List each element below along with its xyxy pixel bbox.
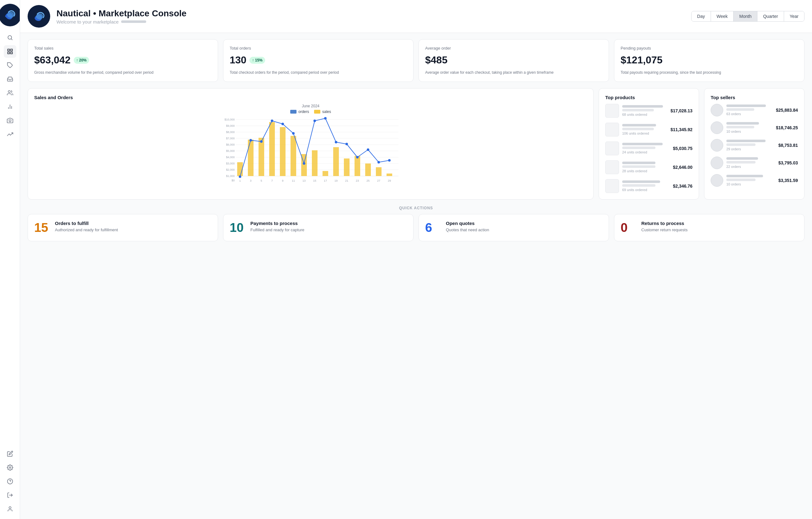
camera-icon[interactable] xyxy=(4,114,16,127)
legend-sales-color xyxy=(314,110,320,114)
svg-text:$0: $0 xyxy=(232,179,235,182)
svg-rect-51 xyxy=(386,174,392,176)
logout-icon[interactable] xyxy=(4,489,16,501)
product-info: 106 units ordered xyxy=(622,124,667,135)
stat-value-row: $121,075 xyxy=(620,54,798,66)
top-products-card: Top products 68 units ordered $17,028.13… xyxy=(599,88,699,200)
svg-point-56 xyxy=(282,123,284,125)
action-title: Orders to fulfill xyxy=(55,221,118,226)
seller-info: 29 orders xyxy=(726,140,775,151)
sidebar xyxy=(0,0,20,519)
seller-price: $3,795.03 xyxy=(778,160,798,165)
tag-icon[interactable] xyxy=(4,59,16,71)
svg-text:15: 15 xyxy=(313,179,316,182)
seller-name-bar xyxy=(726,175,763,177)
svg-text:$10,000: $10,000 xyxy=(224,118,235,121)
svg-text:$3,000: $3,000 xyxy=(226,162,235,165)
product-thumbnail xyxy=(605,179,619,193)
seller-info: 22 orders xyxy=(726,157,775,169)
users-icon[interactable] xyxy=(4,87,16,99)
legend-orders-label: orders xyxy=(298,110,309,114)
svg-point-53 xyxy=(250,139,252,142)
stat-badge: ↑ 20% xyxy=(74,57,89,64)
action-card-payments-process[interactable]: 10 Payments to process Fulfilled and rea… xyxy=(223,214,413,241)
action-number: 10 xyxy=(230,221,245,235)
stat-card-average-order: Average order $485 Average order value f… xyxy=(418,39,609,82)
time-filter-day[interactable]: Day xyxy=(692,11,711,21)
svg-text:19: 19 xyxy=(335,179,338,182)
app-title: Nautical • Marketplace Console xyxy=(56,8,685,19)
svg-point-62 xyxy=(345,143,348,145)
svg-rect-4 xyxy=(10,52,12,54)
stat-card-pending-payouts: Pending payouts $121,075 Total payouts r… xyxy=(614,39,805,82)
quick-actions-grid: 15 Orders to fulfill Authorized and read… xyxy=(28,214,805,241)
product-item-3: 28 units ordered $2,646.00 xyxy=(605,160,692,174)
search-icon[interactable] xyxy=(4,31,16,44)
app-logo xyxy=(0,4,20,26)
action-number: 0 xyxy=(620,221,636,235)
svg-text:3: 3 xyxy=(250,179,251,182)
seller-name-bar-2 xyxy=(726,108,754,111)
svg-rect-40 xyxy=(269,122,275,176)
top-sellers-title: Top sellers xyxy=(710,95,798,100)
product-name-bar xyxy=(622,143,663,145)
svg-text:$5,000: $5,000 xyxy=(226,149,235,152)
stat-description: Gross merchandise volume for the period,… xyxy=(34,70,211,75)
stat-value: $63,042 xyxy=(34,54,70,66)
product-units: 68 units ordered xyxy=(622,113,667,116)
top-sellers-card: Top sellers 63 orders $25,883.84 10 orde… xyxy=(704,88,805,200)
quick-actions-label: QUICK ACTIONS xyxy=(28,206,805,210)
seller-item-2: 29 orders $8,753.81 xyxy=(710,139,798,151)
svg-rect-42 xyxy=(291,136,296,176)
grid-icon[interactable] xyxy=(4,45,16,58)
svg-point-60 xyxy=(324,117,327,120)
stat-value: $121,075 xyxy=(620,54,662,66)
stat-description: Total payouts requiring processing, sinc… xyxy=(620,70,798,75)
seller-orders: 22 orders xyxy=(726,165,775,169)
svg-rect-2 xyxy=(10,49,12,51)
product-name-bar-2 xyxy=(622,165,656,168)
product-item-4: 69 units ordered $2,346.76 xyxy=(605,179,692,193)
action-text: Open quotes Quotes that need action xyxy=(446,221,489,233)
trending-icon[interactable] xyxy=(4,128,16,141)
svg-point-65 xyxy=(377,161,380,164)
legend-orders: orders xyxy=(290,110,309,114)
products-list: 68 units ordered $17,028.13 106 units or… xyxy=(605,104,692,193)
chart-icon[interactable] xyxy=(4,100,16,113)
svg-text:$8,000: $8,000 xyxy=(226,131,235,134)
stat-value-row: 130 ↑ 15% xyxy=(230,54,407,66)
header-text: Nautical • Marketplace Console Welcome t… xyxy=(56,8,685,25)
user-profile-icon[interactable] xyxy=(4,503,16,515)
time-filter-year[interactable]: Year xyxy=(784,11,804,21)
edit-icon[interactable] xyxy=(4,448,16,460)
product-name-bar xyxy=(622,105,663,108)
svg-point-6 xyxy=(8,91,10,93)
svg-text:$4,000: $4,000 xyxy=(226,156,235,159)
time-filter-month[interactable]: Month xyxy=(733,11,757,21)
time-filter-week[interactable]: Week xyxy=(711,11,734,21)
svg-point-59 xyxy=(314,120,316,122)
svg-point-61 xyxy=(335,141,337,143)
action-card-returns-process[interactable]: 0 Returns to process Customer return req… xyxy=(614,214,805,241)
product-thumbnail xyxy=(605,123,619,137)
action-card-open-quotes[interactable]: 6 Open quotes Quotes that need action xyxy=(418,214,609,241)
product-item-2: 24 units ordered $5,030.75 xyxy=(605,142,692,155)
seller-orders: 29 orders xyxy=(726,147,775,151)
action-number: 15 xyxy=(34,221,50,235)
product-name-bar-2 xyxy=(622,109,654,111)
seller-price: $18,746.25 xyxy=(776,125,798,130)
action-title: Returns to process xyxy=(641,221,688,226)
support-icon[interactable] xyxy=(4,475,16,488)
legend-orders-color xyxy=(290,110,296,114)
svg-text:25: 25 xyxy=(367,179,370,182)
page-content: Total sales $63,042 ↑ 20% Gross merchand… xyxy=(20,33,812,248)
settings-icon[interactable] xyxy=(4,461,16,474)
inbox-icon[interactable] xyxy=(4,73,16,85)
svg-text:5: 5 xyxy=(260,179,262,182)
product-units: 28 units ordered xyxy=(622,169,670,173)
time-filter-quarter[interactable]: Quarter xyxy=(757,11,784,21)
svg-rect-3 xyxy=(7,52,9,54)
action-card-orders-fulfill[interactable]: 15 Orders to fulfill Authorized and read… xyxy=(28,214,218,241)
product-info: 24 units ordered xyxy=(622,143,670,154)
seller-info: 10 orders xyxy=(726,175,775,186)
